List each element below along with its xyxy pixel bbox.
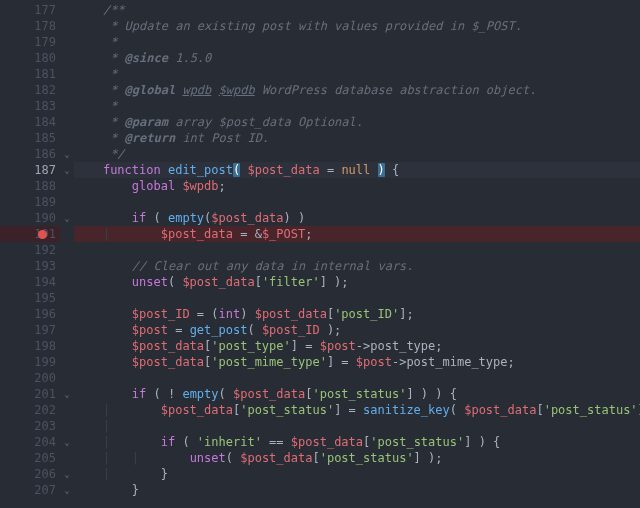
code-line[interactable]: 198 $post_data['post_type'] = $post->pos… [0, 338, 640, 354]
line-number[interactable]: 199 [0, 354, 60, 370]
code-line[interactable]: 190⌄ if ( empty($post_data) ) [0, 210, 640, 226]
code-content[interactable]: /** [74, 2, 640, 18]
line-number[interactable]: 193 [0, 258, 60, 274]
code-content[interactable]: * [74, 66, 640, 82]
code-line[interactable]: 179 * [0, 34, 640, 50]
line-number[interactable]: 188 [0, 178, 60, 194]
code-content[interactable]: * @return int Post ID. [74, 130, 640, 146]
code-line[interactable]: 193 // Clear out any data in internal va… [0, 258, 640, 274]
code-content[interactable]: $post_ID = (int) $post_data['post_ID']; [74, 306, 640, 322]
code-line[interactable]: 183 * [0, 98, 640, 114]
line-number[interactable]: 181 [0, 66, 60, 82]
code-line[interactable]: 182 * @global wpdb $wpdb WordPress datab… [0, 82, 640, 98]
code-content[interactable]: // Clear out any data in internal vars. [74, 258, 640, 274]
code-line[interactable]: 180 * @since 1.5.0 [0, 50, 640, 66]
line-number[interactable]: 198 [0, 338, 60, 354]
code-content[interactable]: } [74, 482, 640, 498]
code-line[interactable]: 184 * @param array $post_data Optional. [0, 114, 640, 130]
line-number[interactable]: 204 [0, 434, 60, 450]
code-content[interactable]: * [74, 34, 640, 50]
code-content[interactable]: * Update an existing post with values pr… [74, 18, 640, 34]
code-line[interactable]: 203 | [0, 418, 640, 434]
code-content[interactable]: * @global wpdb $wpdb WordPress database … [74, 82, 640, 98]
fold-toggle-icon[interactable]: ⌄ [60, 210, 74, 226]
code-content[interactable]: function edit_post( $post_data = null ) … [74, 162, 640, 178]
code-line[interactable]: 200 [0, 370, 640, 386]
code-line[interactable]: 204⌄ | if ( 'inherit' == $post_data['pos… [0, 434, 640, 450]
code-line[interactable]: 195 [0, 290, 640, 306]
line-number[interactable]: 200 [0, 370, 60, 386]
fold-toggle-icon[interactable]: ⌄ [60, 434, 74, 450]
fold-toggle-icon[interactable]: ⌄ [60, 482, 74, 498]
code-content[interactable]: if ( empty($post_data) ) [74, 210, 640, 226]
code-content[interactable]: * [74, 98, 640, 114]
line-number[interactable]: 180 [0, 50, 60, 66]
line-number[interactable]: 206 [0, 466, 60, 482]
line-number[interactable]: 183 [0, 98, 60, 114]
fold-toggle-icon[interactable]: ⌄ [60, 466, 74, 482]
line-number[interactable]: 189 [0, 194, 60, 210]
line-number[interactable]: 194 [0, 274, 60, 290]
code-line[interactable]: 191 | $post_data = &$_POST; [0, 226, 640, 242]
line-number[interactable]: 196 [0, 306, 60, 322]
breakpoint-icon[interactable] [38, 230, 47, 239]
code-content[interactable]: | } [74, 466, 640, 482]
line-number[interactable]: 202 [0, 402, 60, 418]
code-line[interactable]: 178 * Update an existing post with value… [0, 18, 640, 34]
line-number[interactable]: 185 [0, 130, 60, 146]
line-number[interactable]: 192 [0, 242, 60, 258]
line-number[interactable]: 191 [0, 226, 60, 242]
code-line[interactable]: 199 $post_data['post_mime_type'] = $post… [0, 354, 640, 370]
line-number[interactable]: 195 [0, 290, 60, 306]
line-number[interactable]: 179 [0, 34, 60, 50]
line-number[interactable]: 178 [0, 18, 60, 34]
code-content[interactable]: | [74, 418, 640, 434]
code-content[interactable]: | $post_data['post_status'] = sanitize_k… [74, 402, 640, 418]
code-content[interactable]: * @param array $post_data Optional. [74, 114, 640, 130]
code-line[interactable]: 206⌄ | } [0, 466, 640, 482]
line-number[interactable]: 190 [0, 210, 60, 226]
line-number[interactable]: 177 [0, 2, 60, 18]
code-content[interactable]: unset( $post_data['filter'] ); [74, 274, 640, 290]
line-number[interactable]: 201 [0, 386, 60, 402]
code-line[interactable]: 188 global $wpdb; [0, 178, 640, 194]
code-line[interactable]: 177 /** [0, 2, 640, 18]
code-line[interactable]: 205 | | unset( $post_data['post_status']… [0, 450, 640, 466]
fold-toggle-icon[interactable]: ⌄ [60, 146, 74, 162]
code-line[interactable]: 186⌄ */ [0, 146, 640, 162]
line-number[interactable]: 182 [0, 82, 60, 98]
code-content[interactable]: global $wpdb; [74, 178, 640, 194]
line-number[interactable]: 203 [0, 418, 60, 434]
code-content[interactable]: */ [74, 146, 640, 162]
code-line[interactable]: 181 * [0, 66, 640, 82]
code-content[interactable]: * @since 1.5.0 [74, 50, 640, 66]
line-number[interactable]: 184 [0, 114, 60, 130]
code-line[interactable]: 196 $post_ID = (int) $post_data['post_ID… [0, 306, 640, 322]
line-number[interactable]: 187 [0, 162, 60, 178]
code-line[interactable]: 187⌄ function edit_post( $post_data = nu… [0, 162, 640, 178]
code-content[interactable]: $post_data['post_type'] = $post->post_ty… [74, 338, 640, 354]
code-content[interactable]: if ( ! empty( $post_data['post_status'] … [74, 386, 640, 402]
code-line[interactable]: 207⌄ } [0, 482, 640, 498]
fold-toggle-icon[interactable]: ⌄ [60, 162, 74, 178]
code-line[interactable]: 201⌄ if ( ! empty( $post_data['post_stat… [0, 386, 640, 402]
code-content[interactable]: | | unset( $post_data['post_status'] ); [74, 450, 640, 466]
code-content[interactable]: $post = get_post( $post_ID ); [74, 322, 640, 338]
line-number[interactable]: 186 [0, 146, 60, 162]
line-number[interactable]: 207 [0, 482, 60, 498]
line-number[interactable]: 205 [0, 450, 60, 466]
code-editor[interactable]: 177 /**178 * Update an existing post wit… [0, 0, 640, 508]
code-line[interactable]: 185 * @return int Post ID. [0, 130, 640, 146]
code-line[interactable]: 192 [0, 242, 640, 258]
line-number[interactable]: 197 [0, 322, 60, 338]
fold-toggle-icon[interactable]: ⌄ [60, 386, 74, 402]
code-content[interactable]: | if ( 'inherit' == $post_data['post_sta… [74, 434, 640, 450]
code-line[interactable]: 194 unset( $post_data['filter'] ); [0, 274, 640, 290]
code-line[interactable]: 202 | $post_data['post_status'] = saniti… [0, 402, 640, 418]
code-line[interactable]: 189 [0, 194, 640, 210]
code-content[interactable]: $post_data['post_mime_type'] = $post->po… [74, 354, 640, 370]
code-content[interactable]: | $post_data = &$_POST; [74, 226, 640, 242]
code-line[interactable]: 197 $post = get_post( $post_ID ); [0, 322, 640, 338]
